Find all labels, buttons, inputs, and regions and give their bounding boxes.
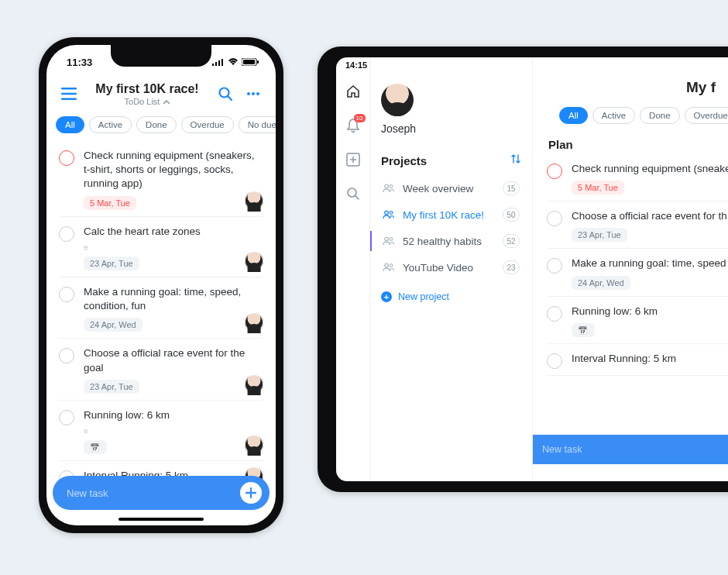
- menu-button[interactable]: [57, 82, 81, 105]
- svg-point-21: [390, 212, 393, 215]
- side-pane: Joseph Projects Week overview15My first …: [370, 57, 533, 481]
- filter-done[interactable]: Done: [640, 107, 680, 124]
- ipad-screen: 14:15 ••• 10 Joseph Projects: [336, 57, 728, 481]
- task-row[interactable]: Running low: 6 km≡: [59, 401, 263, 461]
- filter-all[interactable]: All: [559, 107, 588, 124]
- task-body: Running low: 6 km: [572, 305, 728, 337]
- new-project-button[interactable]: + New project: [381, 291, 521, 302]
- user-avatar[interactable]: [381, 84, 414, 116]
- project-item[interactable]: Week overview15: [381, 175, 521, 201]
- search-button[interactable]: [214, 82, 237, 105]
- task-checkbox[interactable]: [59, 348, 74, 363]
- wifi-icon: [228, 58, 239, 66]
- project-name: Week overview: [403, 183, 473, 195]
- task-row[interactable]: Check running equipment (sneakers, runni…: [547, 154, 728, 201]
- assignee-avatar[interactable]: [245, 436, 263, 454]
- new-task-bar[interactable]: New task: [53, 476, 270, 510]
- page-title-group[interactable]: My first 10K race! ToDo List: [81, 82, 214, 106]
- filter-no-due-date[interactable]: No due date: [239, 116, 276, 133]
- more-button[interactable]: [242, 82, 265, 105]
- svg-line-11: [228, 97, 232, 101]
- task-checkbox[interactable]: [59, 150, 74, 166]
- chevron-up-icon: [163, 100, 170, 105]
- filter-all[interactable]: All: [56, 116, 84, 133]
- task-row[interactable]: Interval Running: 5 km: [547, 344, 728, 376]
- task-checkbox[interactable]: [59, 287, 74, 302]
- task-date: [572, 323, 595, 337]
- people-icon: [383, 236, 395, 246]
- assignee-avatar[interactable]: [245, 313, 263, 332]
- task-checkbox[interactable]: [547, 353, 562, 369]
- svg-rect-2: [218, 60, 220, 66]
- nav-search[interactable]: [345, 186, 361, 201]
- sort-button[interactable]: [510, 153, 521, 167]
- task-list[interactable]: Check running equipment (sneakers, t-shi…: [46, 141, 276, 525]
- task-row[interactable]: Check running equipment (sneakers, t-shi…: [59, 141, 263, 217]
- task-date: 24 Apr, Wed: [84, 318, 143, 332]
- svg-point-23: [390, 238, 393, 241]
- task-row[interactable]: Calc the heart rate zones≡23 Apr, Tue: [59, 217, 263, 277]
- new-task-bar[interactable]: New task: [533, 435, 728, 464]
- project-item[interactable]: YouTube Video23: [381, 254, 521, 281]
- project-name: 52 healthy habits: [403, 236, 482, 247]
- assignee-avatar[interactable]: [245, 252, 263, 270]
- filter-active[interactable]: Active: [89, 116, 132, 133]
- task-checkbox[interactable]: [547, 258, 562, 274]
- project-item[interactable]: 52 healthy habits52: [381, 228, 521, 254]
- task-date: 24 Apr, Wed: [572, 276, 630, 290]
- svg-point-19: [390, 185, 393, 188]
- svg-rect-5: [257, 60, 259, 64]
- add-task-button[interactable]: [240, 482, 262, 504]
- people-icon: [383, 263, 395, 272]
- task-checkbox[interactable]: [547, 306, 562, 322]
- task-checkbox[interactable]: [547, 164, 562, 179]
- task-title: Make a running goal: time, speed, condit…: [84, 285, 263, 313]
- iphone-screen: 11:33 My first 10K race! ToDo List: [46, 45, 276, 525]
- svg-rect-9: [61, 98, 77, 100]
- description-icon: ≡: [84, 427, 88, 436]
- nav-rail: 10: [336, 57, 370, 481]
- project-item[interactable]: My first 10K race!50: [381, 201, 521, 228]
- svg-point-12: [247, 92, 250, 95]
- svg-rect-1: [215, 62, 217, 66]
- task-title: Check running equipment (sneakers, runni…: [572, 162, 728, 176]
- project-name: YouTube Video: [403, 262, 473, 274]
- iphone-notch: [111, 45, 211, 67]
- status-time: 11:33: [67, 57, 92, 68]
- search-icon: [346, 187, 360, 201]
- svg-point-10: [220, 88, 229, 98]
- task-row[interactable]: Make a running goal: time, speed, condit…: [59, 277, 263, 339]
- filter-overdue[interactable]: Overdue: [181, 116, 234, 133]
- task-row[interactable]: Running low: 6 km: [547, 297, 728, 344]
- task-title: Running low: 6 km: [572, 305, 728, 318]
- filter-active[interactable]: Active: [592, 107, 635, 124]
- sort-icon: [510, 153, 521, 164]
- nav-home[interactable]: [345, 84, 361, 99]
- project-name: My first 10K race!: [403, 209, 484, 221]
- task-date: 23 Apr, Tue: [572, 228, 627, 242]
- task-row[interactable]: Choose a official race event for the goa…: [59, 339, 263, 400]
- task-row[interactable]: Make a running goal: time, speed24 Apr, …: [547, 249, 728, 296]
- task-checkbox[interactable]: [547, 211, 562, 226]
- task-row[interactable]: Choose a official race event for th23 Ap…: [547, 201, 728, 249]
- home-icon: [345, 84, 361, 99]
- svg-point-20: [385, 211, 389, 215]
- new-project-label: New project: [398, 291, 449, 302]
- nav-notifications[interactable]: 10: [345, 118, 361, 133]
- home-indicator[interactable]: [118, 518, 204, 521]
- projects-header: Projects: [381, 153, 521, 167]
- assignee-avatar[interactable]: [245, 191, 263, 210]
- task-body: Check running equipment (sneakers, runni…: [572, 162, 728, 195]
- task-list[interactable]: Check running equipment (sneakers, runni…: [547, 154, 728, 376]
- task-title: Running low: 6 km: [84, 408, 263, 422]
- task-checkbox[interactable]: [59, 410, 74, 425]
- main-pane: My f AllActiveDoneOverdueNo d Plan Check…: [533, 57, 728, 481]
- filter-done[interactable]: Done: [136, 116, 177, 133]
- svg-point-24: [385, 263, 389, 267]
- new-task-label: New task: [67, 487, 108, 499]
- assignee-avatar[interactable]: [245, 375, 263, 394]
- filter-overdue[interactable]: Overdue: [685, 107, 728, 124]
- page-subtitle: ToDo List: [81, 97, 214, 106]
- task-checkbox[interactable]: [59, 226, 74, 242]
- nav-add[interactable]: [345, 152, 361, 167]
